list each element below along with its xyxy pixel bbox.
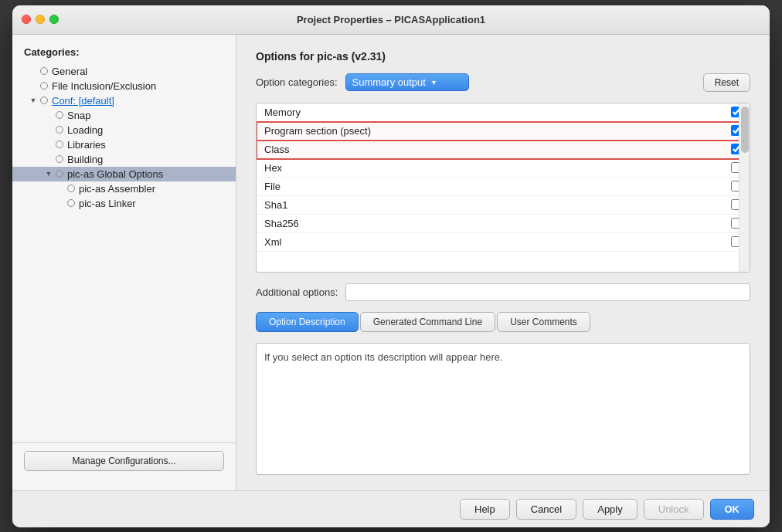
- tab-option-description[interactable]: Option Description: [256, 312, 359, 332]
- tab-generated-command-line[interactable]: Generated Command Line: [360, 312, 495, 332]
- option-categories-label: Option categories:: [256, 76, 338, 88]
- dot-icon-building: [56, 155, 63, 163]
- disclosure-loading: [43, 124, 54, 135]
- sidebar-item-label-general: General: [52, 66, 236, 77]
- sidebar-item-snap[interactable]: Snap: [12, 108, 236, 123]
- cancel-button[interactable]: Cancel: [516, 499, 576, 520]
- disclosure-file-inclusion: [28, 80, 39, 91]
- sidebar-item-libraries[interactable]: Libraries: [12, 137, 236, 152]
- footer: Help Cancel Apply Unlock OK: [12, 490, 770, 527]
- content-area: Categories: General File Inclusion/Exclu…: [12, 35, 770, 490]
- sidebar-item-label-libraries: Libraries: [67, 139, 236, 151]
- option-label-class: Class: [264, 144, 731, 155]
- additional-options-row: Additional options:: [256, 283, 750, 301]
- scrollbar-track[interactable]: [739, 103, 750, 272]
- dot-icon-conf-default: [40, 97, 48, 104]
- option-label-file: File: [264, 181, 731, 192]
- option-row-hex[interactable]: Hex: [257, 159, 750, 178]
- sidebar-item-label-loading: Loading: [67, 124, 236, 136]
- sidebar-item-label-conf-default: Conf: [default]: [52, 95, 236, 107]
- close-button[interactable]: [22, 15, 31, 24]
- option-label-hex: Hex: [264, 162, 731, 174]
- disclosure-libraries: [43, 139, 54, 150]
- option-row-xml[interactable]: Xml: [257, 233, 750, 252]
- minimize-button[interactable]: [36, 15, 45, 24]
- dot-icon-pic-as-global: [56, 170, 63, 178]
- dot-icon-file-inclusion: [40, 82, 48, 90]
- maximize-button[interactable]: [49, 15, 59, 24]
- option-label-memory: Memory: [264, 107, 731, 118]
- sidebar-item-conf-default[interactable]: ▼ Conf: [default]: [12, 93, 236, 108]
- dot-icon-loading: [56, 126, 63, 134]
- sidebar-item-pic-as-linker[interactable]: pic-as Linker: [12, 196, 236, 211]
- option-label-sha256: Sha256: [264, 218, 731, 229]
- sidebar-bottom: Manage Configurations...: [12, 442, 236, 479]
- disclosure-pic-as-linker: [55, 198, 66, 208]
- titlebar: Project Properties – PICASApplication1: [12, 5, 770, 35]
- sidebar-header: Categories:: [12, 46, 236, 64]
- disclosure-pic-as-global: ▼: [43, 168, 54, 179]
- apply-button[interactable]: Apply: [583, 499, 638, 520]
- sidebar-item-label-pic-as-linker: pic-as Linker: [79, 198, 236, 209]
- disclosure-pic-as-assembler: [55, 183, 66, 194]
- disclosure-conf-default: ▼: [28, 95, 39, 106]
- main-title: Options for pic-as (v2.31): [256, 50, 750, 63]
- option-row-file[interactable]: File: [257, 178, 750, 196]
- sidebar-item-pic-as-global[interactable]: ▼ pic-as Global Options: [12, 167, 236, 181]
- options-list-area: MemoryProgram section (psect)ClassHexFil…: [256, 103, 750, 273]
- reset-button[interactable]: Reset: [703, 73, 750, 92]
- main-panel: Options for pic-as (v2.31) Option catego…: [236, 35, 770, 490]
- dot-icon-libraries: [56, 141, 63, 148]
- sidebar-item-label-file-inclusion: File Inclusion/Exclusion: [52, 80, 236, 92]
- sidebar-item-pic-as-assembler[interactable]: pic-as Assembler: [12, 181, 236, 196]
- disclosure-snap: [43, 110, 54, 120]
- option-row-program-section[interactable]: Program section (psect): [257, 122, 750, 141]
- ok-button[interactable]: OK: [710, 499, 755, 520]
- sidebar-item-label-snap: Snap: [67, 110, 236, 121]
- sidebar-item-label-building: Building: [67, 154, 236, 165]
- tabs-row: Option DescriptionGenerated Command Line…: [256, 312, 750, 332]
- option-label-program-section: Program section (psect): [264, 125, 731, 137]
- option-row-sha1[interactable]: Sha1: [257, 196, 750, 215]
- help-button[interactable]: Help: [460, 499, 510, 520]
- sidebar-item-file-inclusion[interactable]: File Inclusion/Exclusion: [12, 79, 236, 93]
- tree-area: General File Inclusion/Exclusion ▼ Conf:…: [12, 64, 236, 442]
- dot-icon-general: [40, 67, 48, 75]
- window-title: Project Properties – PICASApplication1: [297, 14, 485, 25]
- dot-icon-pic-as-assembler: [67, 185, 75, 192]
- sidebar-item-building[interactable]: Building: [12, 152, 236, 167]
- dropdown-value: Summary output: [352, 76, 426, 88]
- option-categories-dropdown[interactable]: Summary output ▾: [345, 73, 469, 91]
- tab-user-comments[interactable]: User Comments: [497, 312, 590, 332]
- traffic-lights: [22, 15, 59, 24]
- option-categories-row: Option categories: Summary output ▾ Rese…: [256, 73, 750, 92]
- description-text: If you select an option its description …: [264, 351, 503, 363]
- sidebar-item-general[interactable]: General: [12, 64, 236, 79]
- disclosure-building: [43, 154, 54, 164]
- dot-icon-snap: [56, 111, 63, 119]
- option-row-sha256[interactable]: Sha256: [257, 215, 750, 233]
- unlock-button[interactable]: Unlock: [644, 499, 704, 520]
- additional-options-input[interactable]: [345, 283, 750, 301]
- dot-icon-pic-as-linker: [67, 199, 75, 207]
- description-area: If you select an option its description …: [256, 343, 750, 475]
- additional-options-label: Additional options:: [256, 286, 338, 298]
- option-label-xml: Xml: [264, 236, 731, 248]
- chevron-down-icon: ▾: [432, 78, 436, 86]
- main-window: Project Properties – PICASApplication1 C…: [12, 5, 770, 527]
- sidebar-item-label-pic-as-assembler: pic-as Assembler: [79, 183, 236, 195]
- option-row-memory[interactable]: Memory: [257, 103, 750, 122]
- sidebar: Categories: General File Inclusion/Exclu…: [12, 35, 236, 490]
- scrollbar-thumb[interactable]: [741, 107, 749, 153]
- sidebar-item-label-pic-as-global: pic-as Global Options: [67, 168, 236, 180]
- options-list: MemoryProgram section (psect)ClassHexFil…: [257, 103, 750, 252]
- manage-configurations-button[interactable]: Manage Configurations...: [24, 451, 224, 471]
- option-label-sha1: Sha1: [264, 199, 731, 211]
- disclosure-general: [28, 66, 39, 76]
- sidebar-item-loading[interactable]: Loading: [12, 123, 236, 137]
- option-row-class[interactable]: Class: [257, 141, 750, 159]
